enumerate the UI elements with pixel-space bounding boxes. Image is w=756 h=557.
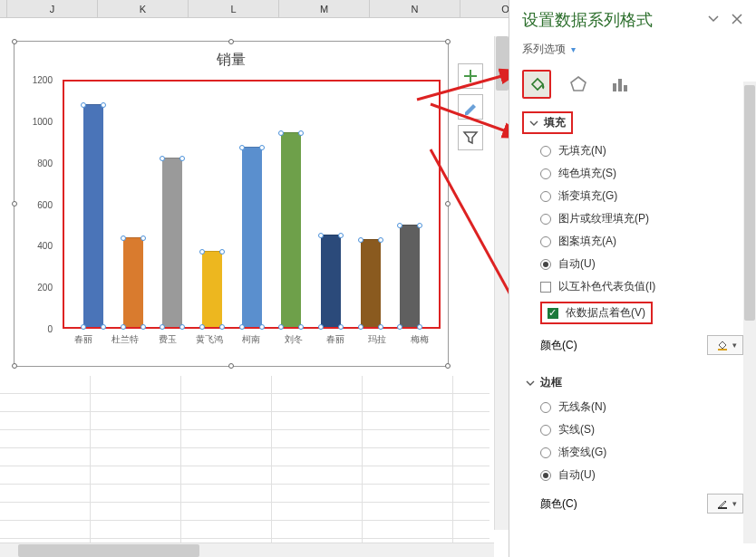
plot-area[interactable] xyxy=(63,80,441,329)
col-header-N[interactable]: N xyxy=(370,0,460,17)
grid-cells[interactable] xyxy=(0,376,489,557)
bar-selection-handle[interactable] xyxy=(259,145,265,150)
col-header-K[interactable]: K xyxy=(98,0,189,17)
bar-selection-handle[interactable] xyxy=(397,223,402,228)
border-solid-option[interactable]: 实线(S) xyxy=(522,418,743,441)
bar-selection-handle[interactable] xyxy=(141,235,146,241)
bar-selection-handle[interactable] xyxy=(219,249,225,254)
border-color-picker[interactable]: ▾ xyxy=(707,494,743,514)
scrollbar-thumb[interactable] xyxy=(496,36,509,91)
bar-selection-handle[interactable] xyxy=(141,324,146,330)
bar-selection-handle[interactable] xyxy=(239,324,245,330)
fill-invert-option[interactable]: 以互补色代表负值(I) xyxy=(522,275,743,298)
bar-selection-handle[interactable] xyxy=(219,324,225,330)
scrollbar-thumb[interactable] xyxy=(18,544,199,557)
fill-gradient-option[interactable]: 渐变填充(G) xyxy=(522,185,743,207)
fill-none-option[interactable]: 无填充(N) xyxy=(522,139,743,162)
bar-7[interactable] xyxy=(351,82,391,327)
bar-selection-handle[interactable] xyxy=(179,156,185,161)
bar-selection-handle[interactable] xyxy=(358,237,363,243)
paint-bucket-icon xyxy=(714,339,731,351)
bar-selection-handle[interactable] xyxy=(318,233,324,238)
bar-6[interactable] xyxy=(311,82,351,327)
bar-selection-handle[interactable] xyxy=(259,324,265,330)
bar-selection-handle[interactable] xyxy=(101,102,106,108)
panel-options-button[interactable] xyxy=(707,13,720,28)
chart-elements-button[interactable] xyxy=(458,63,483,89)
bar-selection-handle[interactable] xyxy=(160,156,165,161)
bar-selection-handle[interactable] xyxy=(160,324,165,330)
effects-tab[interactable] xyxy=(564,70,593,99)
horizontal-scrollbar[interactable] xyxy=(0,543,494,557)
selection-handle[interactable] xyxy=(445,363,451,369)
border-auto-option[interactable]: 自动(U) xyxy=(522,464,743,486)
fill-picture-option[interactable]: 图片或纹理填充(P) xyxy=(522,207,743,230)
bar-selection-handle[interactable] xyxy=(239,145,245,150)
bar-5[interactable] xyxy=(271,82,311,327)
bar-selection-handle[interactable] xyxy=(417,223,422,228)
y-tick: 800 xyxy=(37,158,53,168)
bar-selection-handle[interactable] xyxy=(298,324,304,330)
selection-handle[interactable] xyxy=(12,39,17,44)
panel-scrollbar[interactable] xyxy=(743,82,756,543)
bar-selection-handle[interactable] xyxy=(278,324,284,330)
bar-selection-handle[interactable] xyxy=(121,235,126,241)
col-header-M[interactable]: M xyxy=(279,0,370,17)
bar-selection-handle[interactable] xyxy=(81,102,86,108)
chart-title[interactable]: 销量 xyxy=(15,42,448,79)
col-header[interactable] xyxy=(0,0,7,17)
scrollbar-thumb[interactable] xyxy=(744,85,755,321)
selection-handle[interactable] xyxy=(12,363,17,369)
fill-section-header[interactable]: 填充 xyxy=(522,111,573,134)
panel-close-button[interactable] xyxy=(731,13,743,28)
bar-selection-handle[interactable] xyxy=(318,324,324,330)
border-gradient-option[interactable]: 渐变线(G) xyxy=(522,441,743,464)
series-options-tab[interactable] xyxy=(606,70,635,99)
chart-object[interactable]: 销量 0 200 400 600 800 1000 1200 春丽杜兰特费玉黄飞… xyxy=(14,41,449,367)
panel-title: 设置数据系列格式 xyxy=(522,9,653,31)
bar-selection-handle[interactable] xyxy=(179,324,185,330)
chevron-down-icon xyxy=(529,119,538,128)
bar-selection-handle[interactable] xyxy=(81,324,86,330)
chart-styles-button[interactable] xyxy=(458,94,483,120)
bar-selection-handle[interactable] xyxy=(338,324,344,330)
fill-auto-option[interactable]: 自动(U) xyxy=(522,253,743,275)
chevron-down-icon xyxy=(707,13,720,25)
selection-handle[interactable] xyxy=(445,39,451,44)
selection-handle[interactable] xyxy=(228,39,234,44)
chart-filter-button[interactable] xyxy=(458,125,483,150)
bar-selection-handle[interactable] xyxy=(378,237,383,243)
bar-3[interactable] xyxy=(192,82,232,327)
bar-0[interactable] xyxy=(73,82,113,327)
series-options-dropdown[interactable]: 系列选项 ▾ xyxy=(509,36,756,62)
bar-selection-handle[interactable] xyxy=(358,324,363,330)
radio-icon xyxy=(540,214,551,225)
selection-handle[interactable] xyxy=(12,201,17,206)
bar-selection-handle[interactable] xyxy=(417,324,422,330)
bar-2[interactable] xyxy=(152,82,192,327)
border-none-option[interactable]: 无线条(N) xyxy=(522,396,743,418)
fill-line-tab[interactable] xyxy=(522,70,551,99)
bar-selection-handle[interactable] xyxy=(338,233,344,238)
bar-4[interactable] xyxy=(232,82,272,327)
bar-8[interactable] xyxy=(390,82,430,327)
bar-selection-handle[interactable] xyxy=(101,324,106,330)
bar-selection-handle[interactable] xyxy=(199,324,205,330)
bar-selection-handle[interactable] xyxy=(397,324,402,330)
vertical-scrollbar[interactable] xyxy=(494,36,509,530)
col-header-J[interactable]: J xyxy=(7,0,98,17)
fill-vary-option[interactable]: 依数据点着色(V) xyxy=(522,298,743,328)
bar-1[interactable] xyxy=(113,82,153,327)
fill-solid-option[interactable]: 纯色填充(S) xyxy=(522,162,743,185)
selection-handle[interactable] xyxy=(445,201,451,206)
col-header-L[interactable]: L xyxy=(189,0,279,17)
bar-selection-handle[interactable] xyxy=(298,130,304,136)
selection-handle[interactable] xyxy=(228,363,234,369)
border-section-header[interactable]: 边框 xyxy=(522,370,743,396)
bar-selection-handle[interactable] xyxy=(199,249,205,254)
fill-color-picker[interactable]: ▾ xyxy=(707,335,743,355)
bar-selection-handle[interactable] xyxy=(378,324,383,330)
fill-pattern-option[interactable]: 图案填充(A) xyxy=(522,230,743,253)
bar-selection-handle[interactable] xyxy=(278,130,284,136)
bar-selection-handle[interactable] xyxy=(121,324,126,330)
